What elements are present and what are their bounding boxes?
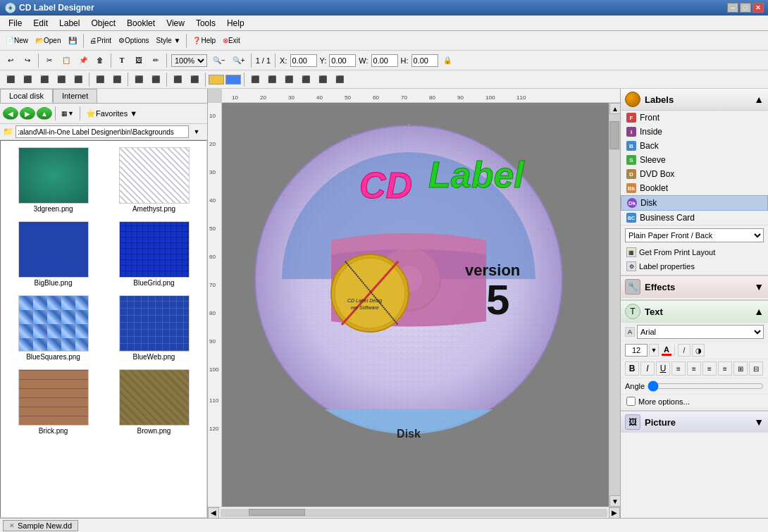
menu-booklet[interactable]: Booklet: [121, 17, 161, 30]
label-item-disk[interactable]: Dk Disk: [621, 195, 768, 211]
labels-collapse-button[interactable]: ▲: [754, 94, 764, 105]
effects-button[interactable]: ⬛: [247, 72, 263, 87]
label-item-inside[interactable]: I Inside: [621, 125, 768, 139]
align-right-button[interactable]: ⬛: [37, 72, 52, 87]
extra-btn3[interactable]: ⬛: [332, 72, 347, 87]
scroll-left-button[interactable]: ◀: [208, 507, 219, 519]
exit-button[interactable]: ⊗ Exit: [220, 33, 243, 49]
list-item[interactable]: BlueWeb.png: [104, 292, 204, 364]
vertical-scrollbar[interactable]: ▲ ▼: [609, 103, 620, 507]
stroke-btn[interactable]: /: [678, 344, 690, 357]
status-close-icon[interactable]: ✕: [9, 522, 15, 529]
picture-collapse-button[interactable]: ▼: [754, 416, 764, 428]
zoom-in-button[interactable]: 🔍+: [230, 53, 248, 68]
font-select[interactable]: Arial Times New Roman Verdana Courier Ne…: [637, 325, 764, 339]
opacity-btn[interactable]: ◑: [692, 344, 705, 357]
h-scroll-thumb[interactable]: [249, 509, 305, 516]
list-item[interactable]: BlueGrid.png: [104, 218, 204, 290]
h-scroll-track[interactable]: [221, 509, 607, 517]
scroll-thumb[interactable]: [609, 121, 619, 149]
label-item-back[interactable]: B Back: [621, 139, 768, 153]
new-button[interactable]: 📄 New: [3, 33, 31, 49]
label-item-sleeve[interactable]: S Sleeve: [621, 153, 768, 167]
cut-button[interactable]: ✂: [42, 53, 57, 68]
shadow-button[interactable]: ⬛: [264, 72, 280, 87]
delete-button[interactable]: 🗑: [92, 53, 108, 68]
ungroup-button[interactable]: ⬛: [148, 72, 163, 87]
maximize-button[interactable]: □: [740, 3, 751, 13]
text-format-btn1[interactable]: ⊞: [733, 361, 748, 376]
open-button[interactable]: 📂 Open: [32, 33, 63, 49]
y-input[interactable]: [329, 54, 356, 67]
flip-h-button[interactable]: ⬛: [170, 72, 185, 87]
paste-button[interactable]: 📌: [75, 53, 91, 68]
extra-btn1[interactable]: ⬛: [298, 72, 314, 87]
bring-front-button[interactable]: ⬛: [92, 72, 108, 87]
redo-button[interactable]: ↪: [20, 53, 35, 68]
copy-button[interactable]: 📋: [58, 53, 74, 68]
minimize-button[interactable]: –: [727, 3, 738, 13]
options-button[interactable]: ⚙ Options: [116, 33, 151, 49]
close-button[interactable]: ✕: [752, 3, 764, 13]
scroll-down-button[interactable]: ▼: [609, 495, 620, 507]
list-item[interactable]: Brick.png: [4, 366, 103, 438]
angle-slider[interactable]: [648, 381, 764, 391]
effects-collapse-button[interactable]: ▼: [754, 281, 764, 292]
help-button[interactable]: ❓ Help: [190, 33, 218, 49]
nav-forward-button[interactable]: ▶: [20, 107, 35, 120]
list-item[interactable]: BigBlue.png: [4, 218, 103, 290]
label-item-dvdbox[interactable]: D DVD Box: [621, 167, 768, 181]
group-button[interactable]: ⬛: [131, 72, 147, 87]
undo-button[interactable]: ↩: [3, 53, 18, 68]
send-back-button[interactable]: ⬛: [109, 72, 125, 87]
align-right-text-button[interactable]: ≡: [702, 361, 717, 376]
opacity-button[interactable]: ⬛: [281, 72, 297, 87]
x-input[interactable]: [290, 54, 317, 67]
path-dropdown-button[interactable]: ▼: [189, 125, 204, 138]
align-left-text-button[interactable]: ≡: [671, 361, 686, 376]
horizontal-scrollbar[interactable]: ◀ ▶: [208, 507, 620, 518]
menu-help[interactable]: Help: [221, 17, 250, 30]
scroll-right-button[interactable]: ▶: [609, 507, 620, 519]
menu-tools[interactable]: Tools: [190, 17, 221, 30]
print-button[interactable]: 🖨 Print: [87, 33, 114, 49]
flip-v-button[interactable]: ⬛: [187, 72, 202, 87]
nav-back-button[interactable]: ◀: [3, 107, 18, 120]
fontsize-input[interactable]: [625, 344, 648, 357]
label-properties-link[interactable]: ⚙ Label properties: [621, 259, 768, 273]
menu-file[interactable]: File: [3, 17, 27, 30]
tab-internet[interactable]: Internet: [53, 89, 97, 103]
align-left-button[interactable]: ⬛: [3, 72, 18, 87]
align-center-text-button[interactable]: ≡: [687, 361, 701, 376]
label-item-front[interactable]: F Front: [621, 111, 768, 125]
list-item[interactable]: 3dgreen.png: [4, 144, 103, 216]
zoom-select[interactable]: 100% 50% 150% 200%: [171, 54, 207, 67]
zoom-out-button[interactable]: 🔍−: [210, 53, 228, 68]
save-button[interactable]: 💾: [65, 33, 80, 49]
list-item[interactable]: Brown.png: [104, 366, 204, 438]
get-from-print-layout-link[interactable]: ▦ Get From Print Layout: [621, 245, 768, 259]
align-top-button[interactable]: ⬛: [54, 72, 69, 87]
image-tool[interactable]: 🖼: [131, 53, 147, 68]
font-color-button[interactable]: A: [662, 345, 671, 356]
lock-aspect-button[interactable]: 🔒: [440, 53, 455, 68]
text-tool[interactable]: T: [114, 53, 130, 68]
underline-button[interactable]: U: [656, 361, 670, 376]
h-input[interactable]: [411, 54, 438, 67]
paper-dropdown[interactable]: Plain Paper Front / Back Glossy Paper: [625, 228, 764, 242]
label-item-business-card[interactable]: BC Business Card: [621, 211, 768, 225]
menu-view[interactable]: View: [161, 17, 190, 30]
italic-button[interactable]: I: [640, 361, 655, 376]
w-input[interactable]: [371, 54, 398, 67]
view-toggle-button[interactable]: ▦▼: [58, 106, 77, 121]
menu-edit[interactable]: Edit: [27, 17, 54, 30]
nav-up-button[interactable]: ▲: [37, 107, 52, 120]
status-tab[interactable]: ✕ Sample New.dd: [3, 520, 78, 531]
titlebar-controls[interactable]: – □ ✕: [727, 3, 764, 13]
menu-object[interactable]: Object: [85, 17, 121, 30]
favorites-button[interactable]: ⭐ Favorites ▼: [83, 106, 140, 121]
path-input[interactable]: [16, 125, 189, 138]
text-collapse-button[interactable]: ▲: [754, 306, 764, 317]
list-item[interactable]: Amethyst.png: [104, 144, 204, 216]
fontsize-dropdown-button[interactable]: ▼: [649, 344, 659, 357]
